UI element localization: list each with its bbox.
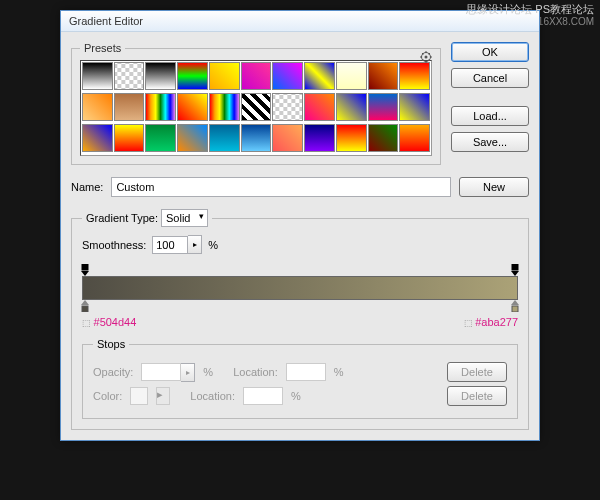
- preset-swatch[interactable]: [399, 62, 430, 90]
- gradient-type-select[interactable]: Solid: [161, 209, 208, 227]
- preset-swatch[interactable]: [241, 124, 272, 152]
- new-button[interactable]: New: [459, 177, 529, 197]
- svg-marker-6: [81, 300, 89, 305]
- opacity-stop-left[interactable]: [80, 264, 90, 276]
- smoothness-input[interactable]: [152, 236, 188, 254]
- presets-fieldset: Presets: [71, 42, 441, 165]
- preset-swatch[interactable]: [272, 124, 303, 152]
- preset-swatch[interactable]: [177, 93, 208, 121]
- opacity-stop-right[interactable]: [510, 264, 520, 276]
- gradient-type-label: Gradient Type:: [86, 212, 158, 224]
- preset-swatch[interactable]: [272, 93, 303, 121]
- location-label-1: Location:: [233, 366, 278, 378]
- preset-swatch[interactable]: [82, 93, 113, 121]
- svg-rect-4: [512, 264, 518, 270]
- presets-menu-icon[interactable]: [420, 51, 432, 65]
- stops-legend: Stops: [93, 338, 129, 350]
- watermark-text: 思缘设计论坛 PS教程论坛: [466, 2, 594, 17]
- percent-label: %: [208, 239, 218, 251]
- preset-swatch[interactable]: [241, 62, 272, 90]
- name-input[interactable]: [111, 177, 451, 197]
- hex-right-label: #aba277: [464, 316, 518, 328]
- preset-swatch[interactable]: [241, 93, 272, 121]
- preset-swatch[interactable]: [145, 62, 176, 90]
- svg-rect-9: [512, 306, 518, 312]
- gradient-type-fieldset: Gradient Type: Solid Smoothness: ▸ %: [71, 209, 529, 430]
- opacity-location-input: [286, 363, 326, 381]
- color-swatch: [130, 387, 148, 405]
- preset-swatch[interactable]: [114, 93, 145, 121]
- presets-legend: Presets: [80, 42, 125, 54]
- opacity-label: Opacity:: [93, 366, 133, 378]
- preset-swatch[interactable]: [82, 124, 113, 152]
- preset-swatch[interactable]: [177, 124, 208, 152]
- delete-color-stop-button: Delete: [447, 386, 507, 406]
- preset-swatch[interactable]: [304, 62, 335, 90]
- ok-button[interactable]: OK: [451, 42, 529, 62]
- svg-point-1: [425, 56, 428, 59]
- preset-swatch[interactable]: [209, 62, 240, 90]
- preset-swatch[interactable]: [177, 62, 208, 90]
- preset-swatch[interactable]: [368, 124, 399, 152]
- preset-swatch[interactable]: [272, 62, 303, 90]
- svg-marker-3: [81, 271, 89, 276]
- preset-swatch[interactable]: [304, 93, 335, 121]
- preset-swatch[interactable]: [336, 93, 367, 121]
- preset-swatch[interactable]: [114, 62, 145, 90]
- svg-rect-7: [82, 306, 88, 312]
- preset-swatch[interactable]: [209, 93, 240, 121]
- location-label-2: Location:: [190, 390, 235, 402]
- gradient-bar[interactable]: [82, 276, 518, 300]
- name-label: Name:: [71, 181, 103, 193]
- preset-swatch[interactable]: [368, 93, 399, 121]
- smoothness-spinner[interactable]: ▸: [188, 235, 202, 254]
- color-stop-left[interactable]: [80, 300, 90, 312]
- preset-swatch[interactable]: [145, 124, 176, 152]
- preset-swatch[interactable]: [82, 62, 113, 90]
- preset-swatch[interactable]: [336, 62, 367, 90]
- svg-marker-5: [511, 271, 519, 276]
- preset-swatch[interactable]: [145, 93, 176, 121]
- save-button[interactable]: Save...: [451, 132, 529, 152]
- hex-left-label: #504d44: [82, 316, 136, 328]
- preset-swatch[interactable]: [304, 124, 335, 152]
- cancel-button[interactable]: Cancel: [451, 68, 529, 88]
- gradient-editor-window: Gradient Editor Presets OK Cancel Load..…: [60, 10, 540, 441]
- opacity-spinner: ▸: [181, 363, 195, 382]
- stops-fieldset: Stops Opacity: ▸ % Location: % Delete Co…: [82, 338, 518, 419]
- preset-swatch[interactable]: [336, 124, 367, 152]
- svg-rect-2: [82, 264, 88, 270]
- color-label: Color:: [93, 390, 122, 402]
- presets-grid[interactable]: [80, 60, 432, 156]
- preset-swatch[interactable]: [399, 124, 430, 152]
- smoothness-label: Smoothness:: [82, 239, 146, 251]
- load-button[interactable]: Load...: [451, 106, 529, 126]
- preset-swatch[interactable]: [399, 93, 430, 121]
- preset-swatch[interactable]: [114, 124, 145, 152]
- svg-marker-8: [511, 300, 519, 305]
- color-spinner: ▸: [156, 387, 170, 405]
- preset-swatch[interactable]: [209, 124, 240, 152]
- opacity-input: [141, 363, 181, 381]
- delete-opacity-stop-button: Delete: [447, 362, 507, 382]
- preset-swatch[interactable]: [368, 62, 399, 90]
- color-stop-right[interactable]: [510, 300, 520, 312]
- color-location-input: [243, 387, 283, 405]
